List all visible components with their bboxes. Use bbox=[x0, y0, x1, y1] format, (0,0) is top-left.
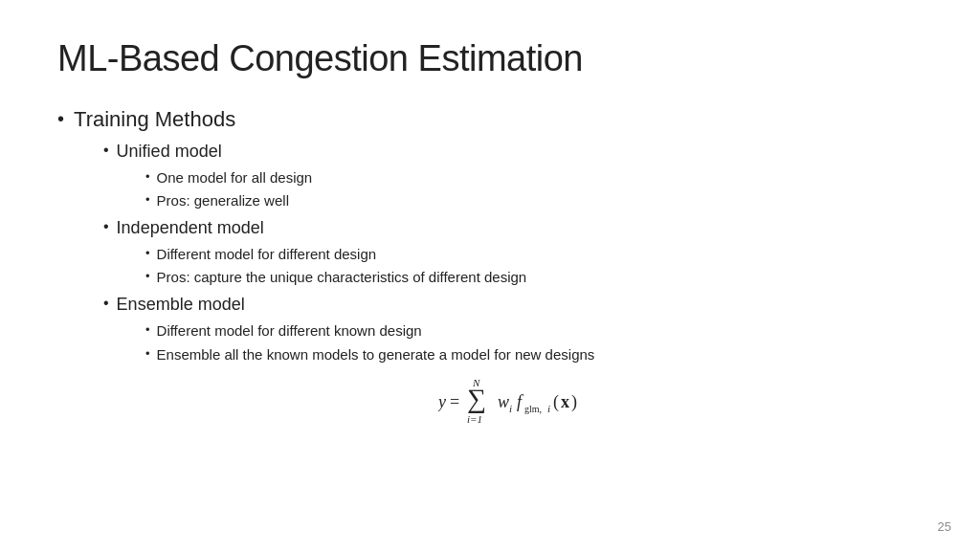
l3-group-independent: • Different model for different design •… bbox=[103, 244, 923, 289]
bullet-l2-independent: • bbox=[103, 216, 109, 237]
bullet-l3-i2: • bbox=[145, 267, 150, 286]
formula-container: y = N ∑ i=1 w i f glm bbox=[103, 373, 923, 427]
l3-text-e2: Ensemble all the known models to generat… bbox=[157, 344, 595, 366]
svg-text:i=1: i=1 bbox=[467, 413, 482, 425]
svg-text:i: i bbox=[547, 403, 550, 414]
svg-text:): ) bbox=[571, 392, 577, 412]
slide: ML-Based Congestion Estimation • Trainin… bbox=[0, 0, 980, 551]
list-item-l3-u2: • Pros: generalize well bbox=[145, 190, 923, 212]
l3-text-u2: Pros: generalize well bbox=[157, 190, 289, 212]
bullet-l3-u1: • bbox=[145, 167, 150, 187]
page-number: 25 bbox=[938, 519, 951, 534]
l3-text-i1: Different model for different design bbox=[157, 244, 377, 266]
list-item-l2-independent: • Independent model bbox=[103, 216, 923, 240]
bullet-l3-e2: • bbox=[145, 344, 150, 364]
l2-text-ensemble: Ensemble model bbox=[117, 293, 245, 317]
bullet-l1-1: • bbox=[57, 106, 64, 131]
svg-text:f: f bbox=[517, 392, 524, 411]
l3-group-unified: • One model for all design • Pros: gener… bbox=[103, 167, 923, 212]
list-item-l3-i1: • Different model for different design bbox=[145, 244, 923, 266]
l3-text-e1: Different model for different known desi… bbox=[157, 320, 422, 342]
slide-title: ML-Based Congestion Estimation bbox=[57, 38, 923, 79]
svg-text:=: = bbox=[450, 392, 459, 411]
list-item-l3-e1: • Different model for different known de… bbox=[145, 320, 923, 342]
l2-group-unified: • Unified model • One model for all desi… bbox=[57, 140, 923, 212]
l2-text-independent: Independent model bbox=[117, 216, 264, 240]
bullet-l2-unified: • bbox=[103, 140, 109, 161]
svg-text:∑: ∑ bbox=[467, 384, 486, 413]
bullet-l3-e1: • bbox=[145, 320, 150, 340]
l2-group-independent: • Independent model • Different model fo… bbox=[57, 216, 923, 289]
bullet-l2-ensemble: • bbox=[103, 293, 109, 314]
svg-text:x: x bbox=[561, 392, 569, 411]
list-item-l1-1: • Training Methods bbox=[57, 106, 923, 134]
svg-text:(: ( bbox=[553, 392, 559, 412]
bullet-l3-u2: • bbox=[145, 190, 150, 209]
list-item-l3-e2: • Ensemble all the known models to gener… bbox=[145, 344, 923, 366]
l1-text-training: Training Methods bbox=[74, 106, 235, 134]
math-formula: y = N ∑ i=1 w i f glm bbox=[438, 373, 630, 427]
bullet-l3-i1: • bbox=[145, 244, 150, 263]
svg-text:i: i bbox=[509, 403, 512, 414]
l3-text-u1: One model for all design bbox=[157, 167, 313, 189]
l3-group-ensemble: • Different model for different known de… bbox=[103, 320, 923, 365]
l3-text-i2: Pros: capture the unique characteristics… bbox=[157, 267, 527, 289]
list-item-l2-ensemble: • Ensemble model bbox=[103, 293, 923, 317]
list-item-l3-i2: • Pros: capture the unique characteristi… bbox=[145, 267, 923, 289]
l2-text-unified: Unified model bbox=[117, 140, 222, 164]
svg-text:glm,: glm, bbox=[524, 404, 542, 414]
list-item-l3-u1: • One model for all design bbox=[145, 167, 923, 189]
l2-group-ensemble: • Ensemble model • Different model for d… bbox=[57, 293, 923, 427]
content-area: • Training Methods • Unified model • One… bbox=[57, 106, 923, 427]
formula-svg: y = N ∑ i=1 w i f glm bbox=[438, 373, 630, 427]
svg-text:y: y bbox=[438, 392, 446, 411]
svg-text:w: w bbox=[498, 392, 509, 411]
list-item-l2-unified: • Unified model bbox=[103, 140, 923, 164]
